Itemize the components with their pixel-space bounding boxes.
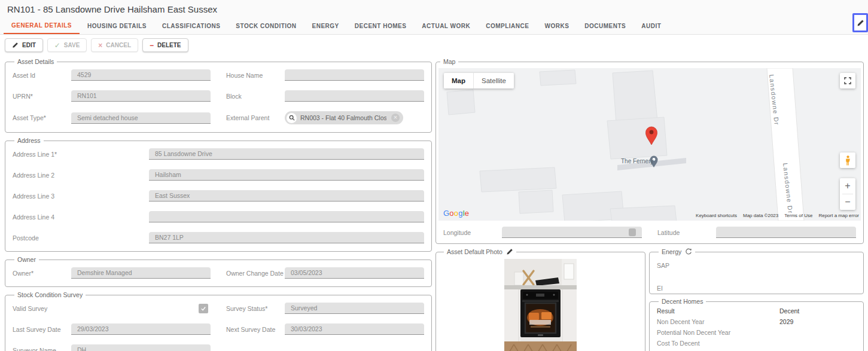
street-view-pegman-button[interactable] <box>840 152 855 168</box>
address-line3-input[interactable]: East Sussex <box>149 190 424 202</box>
asset-type-input[interactable]: Semi detached house <box>71 112 211 124</box>
sap-label: SAP <box>657 262 669 269</box>
asset-default-photo-section: Asset Default Photo <box>435 248 645 351</box>
latitude-field-row: Latitude <box>657 227 856 238</box>
result-value: Decent <box>779 307 856 315</box>
x-icon: × <box>98 42 102 49</box>
map-type-map-button[interactable]: Map <box>444 73 473 88</box>
cost-to-decent-value <box>779 340 856 347</box>
fullscreen-button[interactable] <box>840 73 855 88</box>
next-survey-date-input[interactable]: 30/03/2023 <box>285 323 424 335</box>
address-line1-input[interactable]: 85 Lansdowne Drive <box>149 148 424 160</box>
map-type-satellite-button[interactable]: Satellite <box>473 73 514 88</box>
minus-icon: − <box>150 42 154 49</box>
tab-compliance[interactable]: COMPLIANCE <box>478 17 537 34</box>
tab-decent-homes[interactable]: DECENT HOMES <box>347 17 415 34</box>
longitude-input[interactable] <box>502 227 642 238</box>
location-pin-icon <box>629 228 636 236</box>
tab-stock-condition[interactable]: STOCK CONDITION <box>228 17 304 34</box>
asset-default-photo-legend: Asset Default Photo <box>447 248 502 255</box>
asset-id-field-row: Asset Id 4529 <box>13 69 211 81</box>
map-attribution: Keyboard shortcuts Map data ©2023 Terms … <box>696 213 859 218</box>
ei-field-row: EI <box>657 285 856 292</box>
postcode-field-row: Postcode BN27 1LP <box>13 232 424 243</box>
block-input[interactable] <box>285 90 424 102</box>
energy-decent-stack: Energy SAP EI Decent Home <box>649 248 864 351</box>
map-shapes <box>438 68 861 221</box>
address-line3-field-row: Address Line 3 East Sussex <box>13 190 424 202</box>
surveyor-name-field-row: Surveyor Name DH <box>13 344 211 351</box>
postcode-input[interactable]: BN27 1LP <box>149 232 424 243</box>
tab-actual-work[interactable]: ACTUAL WORK <box>414 17 478 34</box>
terms-of-use-link[interactable]: Terms of Use <box>784 213 812 218</box>
edit-pencil-button[interactable] <box>852 13 868 32</box>
tab-works[interactable]: WORKS <box>537 17 577 34</box>
owner-change-date-field-row: Owner Change Date 03/05/2023 <box>226 267 424 279</box>
non-decent-year-value: 2029 <box>779 318 856 325</box>
clear-chip-icon[interactable]: × <box>391 114 400 122</box>
poi-label-the-fernery[interactable]: The Fernery <box>621 158 653 164</box>
tab-audit[interactable]: AUDIT <box>634 17 669 34</box>
asset-details-section: Asset Details Asset Id 4529 House Name U… <box>5 58 432 133</box>
external-parent-chip[interactable]: RN003 - Flat 40 Falmouth Close × <box>285 111 403 124</box>
address-legend: Address <box>14 137 44 144</box>
report-map-error-link[interactable]: Report a map error <box>818 213 859 218</box>
map-section: Map <box>435 58 864 244</box>
delete-button[interactable]: − DELETE <box>142 38 188 52</box>
address-line2-input[interactable]: Hailsham <box>149 169 424 181</box>
last-survey-date-field-row: Last Survey Date 29/03/2023 <box>13 323 211 335</box>
owner-input[interactable]: Demshire Managed <box>71 267 211 279</box>
decent-homes-section: Decent Homes Result Decent Non Decent Ye… <box>649 298 864 351</box>
decent-homes-legend: Decent Homes <box>659 298 706 305</box>
zoom-control: + − <box>840 178 855 210</box>
tab-general-details[interactable]: GENERAL DETAILS <box>4 17 80 34</box>
edit-button[interactable]: EDIT <box>5 38 43 52</box>
tab-energy[interactable]: ENERGY <box>304 17 347 34</box>
search-icon <box>287 113 297 123</box>
ei-label: EI <box>657 285 663 292</box>
owner-legend: Owner <box>14 256 39 263</box>
uprn-input[interactable]: RN101 <box>71 90 211 102</box>
page-title: RN101 - 85 Lansdowne Drive Hailsham East… <box>7 4 861 14</box>
tab-classifications[interactable]: CLASSIFICATIONS <box>154 17 228 34</box>
next-survey-date-field-row: Next Survey Date 30/03/2023 <box>226 323 424 335</box>
address-line4-input[interactable] <box>149 211 424 222</box>
owner-change-date-input[interactable]: 03/05/2023 <box>285 267 424 279</box>
address-line4-field-row: Address Line 4 <box>13 211 424 222</box>
pegman-icon <box>845 155 851 166</box>
edit-photo-pencil-icon[interactable] <box>506 248 513 255</box>
asset-type-field-row: Asset Type* Semi detached house <box>13 111 211 124</box>
energy-legend: Energy <box>662 248 681 255</box>
last-survey-date-input[interactable]: 29/03/2023 <box>71 323 211 335</box>
right-column: Map <box>435 58 864 351</box>
tab-housing-details[interactable]: HOUSING DETAILS <box>80 17 154 34</box>
potential-non-decent-year-value <box>779 329 856 336</box>
fullscreen-icon <box>844 77 851 84</box>
cancel-button[interactable]: × CANCEL <box>91 38 138 52</box>
asset-id-input[interactable]: 4529 <box>71 69 211 81</box>
latitude-input[interactable] <box>716 227 856 238</box>
potential-non-decent-year-label: Potential Non Decent Year <box>657 329 779 336</box>
address-line1-field-row: Address Line 1* 85 Lansdowne Drive <box>13 148 424 160</box>
google-logo[interactable]: Google <box>443 209 469 218</box>
check-icon <box>200 306 206 312</box>
stock-condition-survey-section: Stock Condition Survey Valid Survey Surv… <box>5 291 432 351</box>
survey-status-input[interactable]: Surveyed <box>285 303 424 314</box>
surveyor-name-input[interactable]: DH <box>71 344 211 351</box>
house-name-input[interactable] <box>285 69 424 81</box>
keyboard-shortcuts-link[interactable]: Keyboard shortcuts <box>696 213 737 218</box>
save-button[interactable]: ✓ SAVE <box>47 38 87 52</box>
asset-details-legend: Asset Details <box>14 58 57 65</box>
zoom-in-button[interactable]: + <box>840 178 855 194</box>
google-map[interactable]: Lansdowne Dr Lansdowne Dr The Fernery Ma… <box>438 68 861 221</box>
valid-survey-checkbox[interactable] <box>199 304 208 313</box>
energy-section: Energy SAP EI <box>649 248 864 294</box>
owner-field-row: Owner* Demshire Managed <box>13 267 211 279</box>
tab-documents[interactable]: DOCUMENTS <box>577 17 634 34</box>
top-bar: RN101 - 85 Lansdowne Drive Hailsham East… <box>0 0 868 35</box>
zoom-out-button[interactable]: − <box>840 194 855 210</box>
sap-field-row: SAP <box>657 262 856 269</box>
owner-section: Owner Owner* Demshire Managed Owner Chan… <box>5 256 432 287</box>
survey-status-field-row: Survey Status* Surveyed <box>226 303 424 314</box>
refresh-icon[interactable] <box>685 248 692 255</box>
